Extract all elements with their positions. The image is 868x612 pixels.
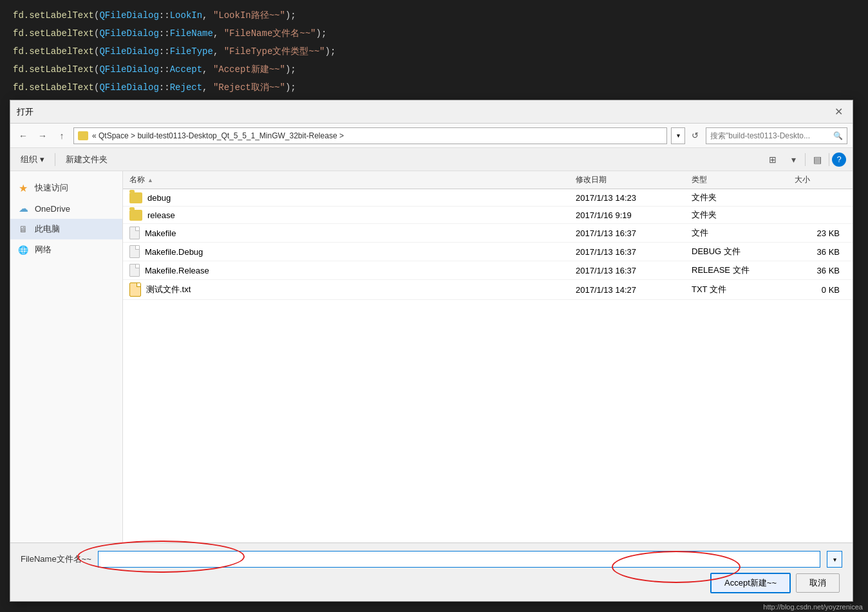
file-name-txt: 测试文件.txt [146,284,191,295]
sort-arrow-icon: ▲ [147,177,153,183]
search-input[interactable] [710,131,831,140]
file-icon-makedebug [129,245,140,258]
folder-icon-release [129,210,142,221]
file-name-makerelease: Makefile.Release [145,266,209,275]
file-type-txt: TXT 文件 [692,284,795,295]
file-date-makefile: 2017/1/13 16:37 [576,228,692,238]
view-dropdown-button[interactable]: ▾ [784,152,802,167]
file-area: 名称 ▲ 修改日期 类型 大小 debu [123,171,853,542]
close-button[interactable]: ✕ [831,104,846,120]
sidebar-item-label-quick-access: 快速访问 [35,182,68,194]
table-row[interactable]: Makefile.Release 2017/1/13 16:37 RELEASE… [123,261,853,280]
bottom-bar: FileName文件名~~ ▾ Accept新建~~ 取消 [10,542,853,601]
file-size-txt: 0 KB [795,285,846,295]
star-icon: ★ [17,181,30,194]
path-text: « QtSpace > build-test0113-Desktop_Qt_5_… [92,131,344,140]
sidebar-item-quick-access[interactable]: ★ 快速访问 [10,178,122,198]
cancel-button[interactable]: 取消 [796,573,840,593]
col-size-label: 大小 [795,174,810,185]
code-line-3: fd.setLabelText(QFileDialog::FileType, "… [13,42,855,60]
code-fn: fd.setLabelText [13,10,94,21]
toolbar-separator [55,153,55,166]
organize-button[interactable]: 组织 ▾ [17,152,48,167]
back-button[interactable]: ← [15,128,31,144]
forward-button[interactable]: → [35,128,50,144]
path-folder-icon [78,131,88,140]
search-box[interactable]: 🔍 [706,127,847,144]
sidebar-item-network[interactable]: 🌐 网络 [10,239,122,260]
file-name-cell-makefile: Makefile [129,227,576,239]
dialog-title-bar: 打开 ✕ [10,100,853,124]
file-dialog: 打开 ✕ ← → ↑ « QtSpace > build-test0113-De… [10,100,853,602]
toolbar: 组织 ▾ 新建文件夹 ⊞ ▾ ▤ ? [10,148,853,171]
view-panel-button[interactable]: ▤ [808,152,826,167]
refresh-button[interactable]: ↺ [688,127,702,144]
toolbar-sep-2 [805,153,806,166]
watermark: http://blog.csdn.net/yoyzrenicea [763,603,863,611]
help-button[interactable]: ? [832,153,846,167]
code-line-2: fd.setLabelText(QFileDialog::FileName, "… [13,24,855,42]
sidebar-item-this-pc[interactable]: 🖥 此电脑 [10,219,122,239]
code-line-4: fd.setLabelText(QFileDialog::Accept, "Ac… [13,60,855,79]
new-folder-label: 新建文件夹 [66,154,108,165]
file-table-header: 名称 ▲ 修改日期 类型 大小 [123,171,853,189]
folder-icon-debug [129,192,142,203]
sidebar-item-label-this-pc: 此电脑 [35,223,60,235]
col-header-size[interactable]: 大小 [795,174,846,185]
file-name-cell-makerelease: Makefile.Release [129,264,576,277]
sidebar-item-label-onedrive: OneDrive [35,204,70,214]
view-icon-button-1[interactable]: ⊞ [764,152,782,167]
file-name-cell-debug: debug [129,192,576,203]
sidebar-item-label-network: 网络 [35,244,52,255]
path-dropdown-button[interactable]: ▾ [671,127,685,144]
address-right-controls: ▾ ↺ [671,127,702,144]
file-type-makedebug: DEBUG 文件 [692,246,795,257]
file-icon-makerelease [129,264,140,277]
code-line-5: fd.setLabelText(QFileDialog::Reject, "Re… [13,79,855,97]
up-button[interactable]: ↑ [54,128,70,144]
accept-button[interactable]: Accept新建~~ [710,573,791,593]
col-type-label: 类型 [692,174,707,185]
organize-label: 组织 ▾ [21,154,44,165]
col-header-name[interactable]: 名称 ▲ [129,174,576,185]
table-row[interactable]: Makefile 2017/1/13 16:37 文件 23 KB [123,224,853,243]
file-name-cell-txt: 测试文件.txt [129,283,576,297]
file-date-makerelease: 2017/1/13 16:37 [576,266,692,275]
table-row[interactable]: debug 2017/1/13 14:23 文件夹 [123,189,853,207]
file-type-makerelease: RELEASE 文件 [692,264,795,276]
file-date-release: 2017/1/16 9:19 [576,210,692,220]
new-folder-button[interactable]: 新建文件夹 [62,152,111,167]
table-row[interactable]: release 2017/1/16 9:19 文件夹 [123,207,853,224]
search-icon: 🔍 [833,131,843,140]
toolbar-right: ⊞ ▾ ▤ ? [764,152,846,167]
code-line-1: fd.setLabelText(QFileDialog::LookIn, "Lo… [13,6,855,24]
filename-input[interactable] [98,551,820,568]
file-size-makedebug: 36 KB [795,247,846,257]
filename-dropdown-button[interactable]: ▾ [827,551,842,568]
filename-label: FileName文件名~~ [21,553,91,565]
computer-icon: 🖥 [17,223,30,236]
code-editor: fd.setLabelText(QFileDialog::LookIn, "Lo… [0,0,868,103]
file-type-makefile: 文件 [692,227,795,239]
col-date-label: 修改日期 [576,174,607,185]
table-row[interactable]: 测试文件.txt 2017/1/13 14:27 TXT 文件 0 KB [123,280,853,300]
txt-file-icon [129,283,141,297]
file-name-release: release [147,210,175,220]
file-size-makefile: 23 KB [795,228,846,238]
table-row[interactable]: Makefile.Debug 2017/1/13 16:37 DEBUG 文件 … [123,243,853,261]
buttons-row: Accept新建~~ 取消 [21,573,842,593]
sidebar-item-onedrive[interactable]: ☁ OneDrive [10,198,122,219]
file-name-cell-makedebug: Makefile.Debug [129,245,576,258]
file-type-release: 文件夹 [692,209,795,221]
col-header-type[interactable]: 类型 [692,174,795,185]
file-type-debug: 文件夹 [692,192,795,203]
file-size-makerelease: 36 KB [795,266,846,275]
file-list: debug 2017/1/13 14:23 文件夹 release 2017/1… [123,189,853,542]
address-path-box[interactable]: « QtSpace > build-test0113-Desktop_Qt_5_… [73,127,667,144]
file-name-cell-release: release [129,210,576,221]
file-date-makedebug: 2017/1/13 16:37 [576,247,692,257]
network-icon: 🌐 [17,243,30,256]
col-header-date[interactable]: 修改日期 [576,174,692,185]
file-date-txt: 2017/1/13 14:27 [576,285,692,295]
file-name-debug: debug [147,193,171,203]
